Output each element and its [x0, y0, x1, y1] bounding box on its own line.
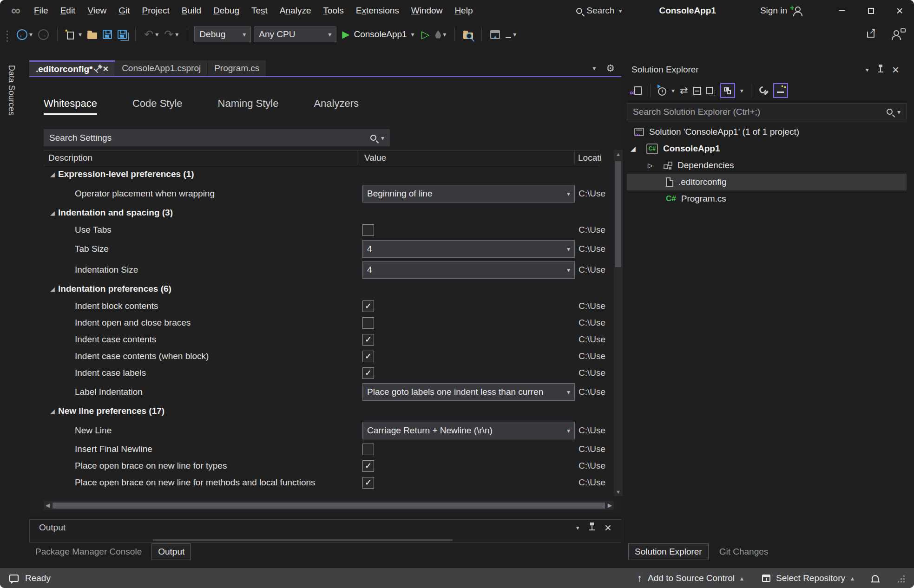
- tab-code-style[interactable]: Code Style: [132, 98, 183, 115]
- menu-extensions[interactable]: Extensions: [350, 2, 405, 19]
- menu-test[interactable]: Test: [245, 2, 274, 19]
- hot-reload-button[interactable]: [434, 31, 447, 39]
- settings-group-row[interactable]: Indentation and spacing (3): [44, 204, 599, 222]
- output-scrollbar-thumb[interactable]: [153, 539, 453, 541]
- menu-help[interactable]: Help: [448, 2, 479, 19]
- preview-selected-items-icon[interactable]: [706, 87, 713, 94]
- setting-checkbox[interactable]: [362, 224, 374, 236]
- column-separator[interactable]: [574, 150, 575, 165]
- solution-explorer-search-input[interactable]: Search Solution Explorer (Ctrl+;): [627, 103, 907, 120]
- horizontal-scrollbar-thumb[interactable]: [53, 503, 605, 509]
- settings-group-row[interactable]: New line preferences (17): [44, 402, 599, 420]
- tree-item-dependencies[interactable]: Dependencies: [627, 157, 907, 174]
- menu-window[interactable]: Window: [405, 2, 449, 19]
- start-without-debugging-button[interactable]: [420, 28, 431, 41]
- vertical-scrollbar[interactable]: ▲ ▼: [614, 150, 623, 496]
- menu-analyze[interactable]: Analyze: [274, 2, 317, 19]
- column-header-location[interactable]: Locati: [578, 153, 602, 163]
- scroll-left-icon[interactable]: ◀: [46, 502, 50, 509]
- select-repository-button[interactable]: Select Repository: [776, 573, 845, 583]
- feedback-button[interactable]: [890, 30, 902, 39]
- chevron-up-icon[interactable]: [740, 575, 743, 582]
- setting-dropdown[interactable]: 4: [362, 261, 575, 279]
- track-active-item-toggle[interactable]: [773, 83, 788, 98]
- tab-whitespace[interactable]: Whitespace: [44, 98, 97, 115]
- tree-item-program-cs[interactable]: Program.cs: [627, 190, 907, 207]
- sign-in-button[interactable]: Sign in +: [760, 6, 802, 16]
- gear-icon[interactable]: [606, 63, 615, 74]
- navigate-back-button[interactable]: ←: [15, 29, 34, 40]
- menu-git[interactable]: Git: [112, 2, 136, 19]
- menu-debug[interactable]: Debug: [207, 2, 245, 19]
- close-icon[interactable]: [892, 64, 899, 76]
- chevron-down-icon[interactable]: [576, 524, 579, 531]
- settings-group-row[interactable]: Expression-level preferences (1): [44, 165, 599, 183]
- toolbar-grip[interactable]: [7, 34, 8, 35]
- tree-item-editorconfig[interactable]: .editorconfig: [627, 174, 907, 190]
- menu-tools[interactable]: Tools: [317, 2, 349, 19]
- show-all-files-toggle[interactable]: [720, 83, 735, 98]
- setting-checkbox[interactable]: [362, 460, 374, 472]
- title-search[interactable]: Search: [576, 6, 622, 16]
- horizontal-scrollbar[interactable]: ◀ ▶: [44, 501, 614, 510]
- share-button[interactable]: [866, 32, 876, 38]
- new-project-button[interactable]: ✶: [65, 30, 83, 39]
- chevron-down-icon[interactable]: [866, 66, 869, 73]
- tab-solution-explorer[interactable]: Solution Explorer: [628, 543, 709, 560]
- close-button[interactable]: [885, 0, 914, 21]
- find-in-files-button[interactable]: [462, 30, 474, 39]
- data-sources-side-tab[interactable]: Data Sources: [7, 65, 16, 116]
- tree-item-consoleapp1[interactable]: ConsoleApp1: [627, 140, 907, 157]
- menu-edit[interactable]: Edit: [54, 2, 82, 19]
- menu-view[interactable]: View: [81, 2, 112, 19]
- document-tab[interactable]: ConsoleApp1.csproj: [115, 60, 207, 76]
- open-file-button[interactable]: [86, 30, 99, 39]
- expander-icon[interactable]: [50, 171, 58, 178]
- toolbar-overflow-button[interactable]: [504, 31, 518, 38]
- tab-output[interactable]: Output: [151, 543, 191, 560]
- setting-checkbox[interactable]: [362, 317, 374, 329]
- scroll-up-icon[interactable]: ▲: [614, 151, 623, 157]
- minimize-button[interactable]: [828, 0, 856, 21]
- tab-list-chevron-icon[interactable]: [592, 65, 596, 72]
- setting-checkbox[interactable]: [362, 334, 374, 346]
- settings-search-input[interactable]: Search Settings: [44, 129, 390, 146]
- tree-item-solution-consoleapp1-1-of-1-project[interactable]: Solution 'ConsoleApp1' (1 of 1 project): [627, 124, 907, 140]
- column-header-description[interactable]: Description: [48, 153, 92, 163]
- setting-dropdown[interactable]: Beginning of line: [362, 185, 575, 203]
- settings-group-row[interactable]: Indentation preferences (6): [44, 280, 599, 298]
- configuration-combobox[interactable]: Debug: [194, 26, 251, 42]
- menu-build[interactable]: Build: [176, 2, 207, 19]
- setting-checkbox[interactable]: [362, 367, 374, 379]
- expander-icon[interactable]: [50, 408, 58, 415]
- setting-checkbox[interactable]: [362, 444, 374, 455]
- tab-naming-style[interactable]: Naming Style: [218, 98, 279, 115]
- chevron-down-icon[interactable]: [740, 87, 743, 94]
- tab-analyzers[interactable]: Analyzers: [314, 98, 359, 115]
- sync-with-active-document-icon[interactable]: [680, 85, 688, 96]
- redo-button[interactable]: [163, 28, 180, 41]
- expander-open-icon[interactable]: [631, 145, 646, 152]
- setting-dropdown[interactable]: 4: [362, 240, 575, 258]
- notifications-bell-icon[interactable]: [872, 575, 879, 581]
- setting-dropdown[interactable]: Place goto labels one indent less than c…: [362, 383, 575, 401]
- setting-checkbox[interactable]: [362, 477, 374, 489]
- scroll-right-icon[interactable]: ▶: [608, 502, 612, 509]
- pin-icon[interactable]: [880, 67, 881, 72]
- expander-closed-icon[interactable]: [648, 162, 664, 169]
- pending-changes-filter-icon[interactable]: [658, 87, 666, 96]
- menu-project[interactable]: Project: [136, 2, 176, 19]
- collapse-all-icon[interactable]: [693, 87, 701, 95]
- pin-icon[interactable]: [96, 67, 99, 71]
- setting-dropdown[interactable]: Carriage Return + Newline (\r\n): [362, 422, 575, 439]
- setting-checkbox[interactable]: [362, 351, 374, 362]
- navigate-forward-button[interactable]: →: [37, 29, 50, 40]
- close-icon[interactable]: [605, 522, 612, 534]
- maximize-button[interactable]: [856, 0, 885, 21]
- tab-git-changes[interactable]: Git Changes: [713, 544, 775, 560]
- pin-icon[interactable]: [592, 525, 592, 530]
- column-header-value[interactable]: Value: [364, 153, 386, 163]
- platform-combobox[interactable]: Any CPU: [254, 26, 336, 42]
- resize-grip[interactable]: [899, 575, 905, 581]
- switch-views-icon[interactable]: [631, 85, 643, 96]
